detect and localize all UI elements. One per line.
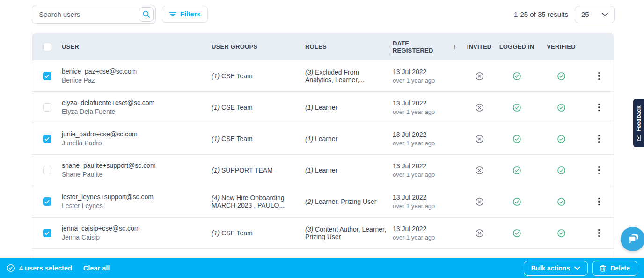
user-groups-cell: (4) New Hire Onboarding MARCH 2023 , PAU…: [212, 194, 305, 209]
column-header-user-groups: USER GROUPS: [212, 43, 305, 50]
table-row: jenna_caisip+cse@sc.comJenna Caisip (1) …: [32, 218, 614, 249]
table-row: benice_paz+cse@sc.comBenice Paz (1) CSE …: [32, 60, 614, 92]
roles-cell: (2) Learner, Prizing User: [305, 198, 393, 205]
table-row: shane_paulite+support@sc.comShane Paulit…: [32, 155, 614, 186]
table-row: junie_padro+cse@sc.comJunella Padro (1) …: [32, 123, 614, 155]
logged-in-yes-icon: [512, 135, 521, 143]
user-name: Junella Padro: [62, 139, 205, 148]
results-group: 1-25 of 35 results 25: [514, 6, 615, 23]
user-name: Shane Paulite: [62, 170, 205, 179]
date-registered-cell: 13 Jul 2022over 1 year ago: [393, 68, 463, 84]
roles-cell: (3) Content Author, Learner, Prizing Use…: [305, 225, 393, 240]
feedback-label: Feedback: [636, 105, 642, 131]
date-registered-cell: 13 Jul 2022over 1 year ago: [393, 99, 463, 115]
row-checkbox[interactable]: [43, 72, 51, 80]
date-registered-cell: 13 Jul 2022over 1 year ago: [393, 162, 463, 178]
user-groups-cell: (1) CSE Team: [212, 104, 305, 111]
row-checkbox[interactable]: [43, 197, 51, 206]
user-email: shane_paulite+support@sc.com: [62, 161, 205, 170]
selection-info: 4 users selected: [7, 264, 72, 272]
user-groups-cell: (1) CSE Team: [212, 72, 305, 80]
table-row: elyza_delafuente+cset@sc.comElyza Dela F…: [32, 92, 614, 123]
row-checkbox[interactable]: [43, 135, 51, 143]
verified-yes-icon: [557, 166, 566, 175]
search-icon: [142, 10, 150, 18]
column-header-invited: INVITED: [463, 43, 496, 50]
verified-yes-icon: [557, 229, 566, 238]
user-email: elyza_delafuente+cset@sc.com: [62, 98, 205, 107]
table-header-row: USER USER GROUPS ROLES DATE REGISTERED ↑…: [32, 33, 614, 60]
bulk-actions-button[interactable]: Bulk actions: [524, 261, 588, 276]
selected-count-text: 4 users selected: [19, 264, 72, 272]
search-box: [32, 5, 156, 24]
row-checkbox[interactable]: [43, 166, 51, 174]
user-email: benice_paz+cse@sc.com: [62, 67, 205, 76]
column-header-verified: VERIFIED: [538, 43, 585, 50]
row-menu-button[interactable]: [596, 133, 602, 145]
verified-yes-icon: [557, 197, 566, 206]
column-header-user: USER: [62, 43, 212, 50]
roles-cell: (3) Excluded From Analytics, Learner,...: [305, 68, 393, 83]
table-row: lester_leynes+support@sc.comLester Leyne…: [32, 186, 614, 218]
logged-in-yes-icon: [512, 166, 521, 175]
feedback-tab[interactable]: Feedback: [633, 99, 644, 147]
row-menu-button[interactable]: [596, 196, 602, 208]
user-email: junie_padro+cse@sc.com: [62, 130, 205, 139]
select-all-checkbox[interactable]: [43, 43, 51, 51]
filters-label: Filters: [180, 10, 201, 18]
column-header-date-registered[interactable]: DATE REGISTERED ↑: [393, 40, 456, 54]
clear-all-button[interactable]: Clear all: [83, 264, 110, 272]
page-size-select[interactable]: 25: [575, 6, 615, 23]
roles-cell: (1) Learner: [305, 166, 393, 174]
date-registered-cell: 13 Jul 2022over 1 year ago: [393, 225, 463, 241]
row-menu-button[interactable]: [596, 70, 602, 82]
user-groups-cell: (1) CSE Team: [212, 135, 305, 143]
toolbar: Filters 1-25 of 35 results 25: [0, 0, 644, 29]
roles-cell: (1) Learner: [305, 104, 393, 111]
logged-in-yes-icon: [512, 72, 521, 81]
logged-in-yes-icon: [512, 229, 521, 238]
chat-bubbles-icon: [627, 233, 639, 245]
users-table: USER USER GROUPS ROLES DATE REGISTERED ↑…: [32, 33, 614, 258]
row-menu-button[interactable]: [596, 102, 602, 113]
page-size-value: 25: [581, 10, 589, 18]
chevron-down-icon: [574, 266, 580, 270]
row-checkbox[interactable]: [43, 103, 51, 112]
date-registered-cell: 13 Jul 2022over 1 year ago: [393, 131, 463, 147]
user-groups-cell: (1) SUPPORT TEAM: [212, 166, 305, 174]
selected-check-icon: [7, 264, 15, 272]
logged-in-yes-icon: [512, 103, 521, 112]
column-header-roles: ROLES: [305, 43, 393, 50]
delete-button[interactable]: Delete: [592, 261, 637, 276]
envelope-icon: [637, 135, 641, 141]
user-email: lester_leynes+support@sc.com: [62, 193, 205, 202]
invited-no-icon: [475, 197, 484, 206]
trash-icon: [600, 265, 606, 272]
invited-no-icon: [475, 72, 484, 81]
chat-fab[interactable]: [621, 227, 644, 251]
chevron-down-icon: [602, 13, 608, 16]
user-name: Benice Paz: [62, 76, 205, 85]
invited-no-icon: [475, 229, 484, 238]
roles-cell: (1) Learner: [305, 135, 393, 143]
users-admin-page: Filters 1-25 of 35 results 25 USER USER …: [0, 0, 644, 278]
invited-no-icon: [475, 135, 484, 143]
user-groups-cell: (1) CSE Team: [212, 229, 305, 237]
logged-in-yes-icon: [512, 197, 521, 206]
verified-yes-icon: [557, 72, 566, 81]
search-button[interactable]: [139, 7, 154, 22]
date-registered-cell: 13 Jul 2022over 1 year ago: [393, 194, 463, 210]
verified-yes-icon: [557, 103, 566, 112]
row-menu-button[interactable]: [596, 227, 602, 239]
invited-no-icon: [475, 103, 484, 112]
row-menu-button[interactable]: [596, 165, 602, 176]
filter-icon: [169, 11, 176, 17]
table-row-partial: [32, 249, 614, 258]
filters-button[interactable]: Filters: [162, 6, 208, 23]
verified-yes-icon: [557, 135, 566, 143]
invited-no-icon: [475, 166, 484, 175]
row-checkbox[interactable]: [43, 229, 51, 237]
search-input[interactable]: [39, 10, 139, 18]
sort-ascending-icon: ↑: [453, 43, 456, 51]
user-email: jenna_caisip+cse@sc.com: [62, 224, 205, 233]
